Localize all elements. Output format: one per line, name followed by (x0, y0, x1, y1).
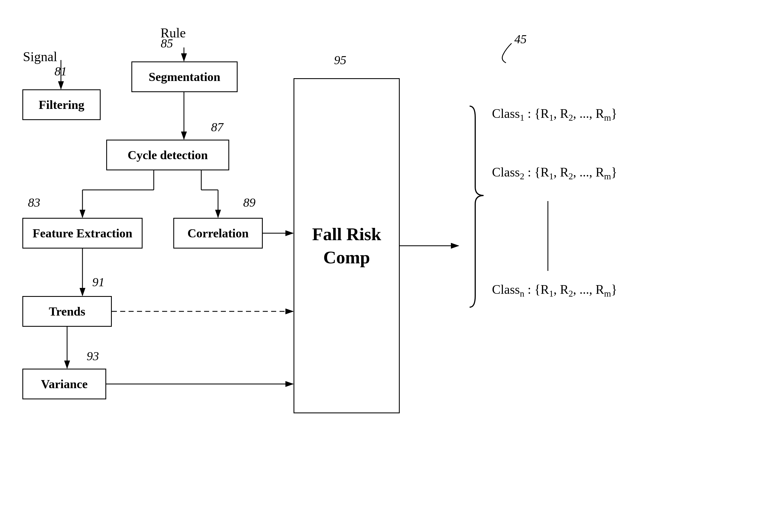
class2-label: Class2 : {R1, R2, ..., Rm} (492, 165, 617, 182)
trends-box: Trends (22, 296, 112, 327)
correlation-label: Correlation (187, 226, 249, 240)
fall-risk-comp-box: Fall RiskComp (294, 78, 400, 413)
class1-label: Class1 : {R1, R2, ..., Rm} (492, 106, 617, 123)
label-93: 93 (87, 349, 99, 363)
feature-extraction-label: Feature Extraction (32, 226, 132, 240)
label-89: 89 (243, 195, 256, 210)
classn-label: Classn : {R1, R2, ..., Rm} (492, 282, 617, 299)
filtering-box: Filtering (22, 89, 101, 120)
variance-label: Variance (41, 377, 87, 391)
variance-box: Variance (22, 369, 106, 399)
label-45: 45 (514, 32, 527, 46)
label-87: 87 (211, 120, 223, 134)
trends-label: Trends (49, 304, 85, 319)
signal-text: Signal (23, 49, 57, 64)
diagram-container: Filtering Segmentation Cycle detection F… (0, 0, 769, 532)
segmentation-label: Segmentation (149, 70, 221, 84)
label-95: 95 (334, 53, 346, 67)
cycle-detection-label: Cycle detection (127, 148, 208, 162)
label-91: 91 (92, 275, 104, 289)
feature-extraction-box: Feature Extraction (22, 218, 142, 249)
rule-text: Rule (160, 25, 186, 40)
cycle-detection-box: Cycle detection (106, 140, 229, 170)
label-83: 83 (28, 195, 40, 210)
correlation-box: Correlation (173, 218, 263, 249)
label-81: 81 (54, 64, 67, 78)
segmentation-box: Segmentation (131, 61, 238, 92)
filtering-label: Filtering (39, 98, 84, 112)
fall-risk-label: Fall RiskComp (312, 223, 381, 269)
